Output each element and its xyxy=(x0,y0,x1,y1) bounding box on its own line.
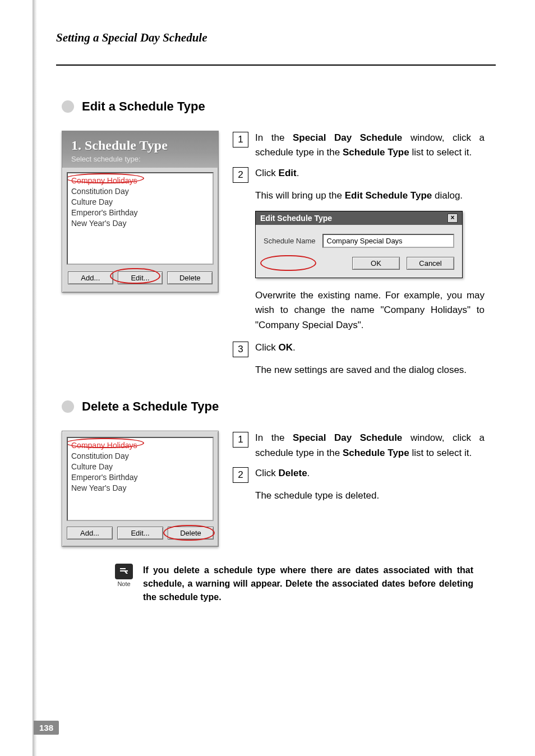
add-button[interactable]: Add... xyxy=(67,527,113,540)
step-text: Click OK. xyxy=(255,340,296,355)
step-text: Click Edit. xyxy=(255,166,299,181)
panel-title: 1. Schedule Type xyxy=(71,138,209,153)
section-bullet-icon xyxy=(62,100,74,113)
section-bullet-icon xyxy=(62,400,74,413)
delete-button[interactable]: Delete xyxy=(168,527,214,540)
close-icon[interactable]: × xyxy=(448,214,458,223)
list-item[interactable]: Emperor's Birthday xyxy=(71,472,209,483)
list-item[interactable]: Culture Day xyxy=(71,197,209,208)
step-text: In the Special Day Schedule window, clic… xyxy=(255,431,485,460)
panel-subtitle: Select schedule type: xyxy=(71,155,209,163)
step-number: 2 xyxy=(233,467,248,483)
section-title-edit: Edit a Schedule Type xyxy=(82,99,205,114)
dialog-title: Edit Schedule Type xyxy=(260,214,332,223)
schedule-name-input[interactable] xyxy=(322,234,455,248)
schedule-type-panel: 1. Schedule Type Select schedule type: C… xyxy=(62,131,219,293)
list-item[interactable]: New Year's Day xyxy=(71,483,209,494)
list-item[interactable]: Company Holidays xyxy=(71,176,209,186)
list-item[interactable]: Emperor's Birthday xyxy=(71,208,209,218)
running-header: Setting a Special Day Schedule xyxy=(56,31,496,45)
step-text: In the Special Day Schedule window, clic… xyxy=(255,131,485,160)
step-subtext: The schedule type is deleted. xyxy=(255,488,485,503)
schedule-type-listbox[interactable]: Company Holidays Constitution Day Cultur… xyxy=(67,437,214,521)
step-text: Click Delete. xyxy=(255,466,310,481)
red-highlight-oval xyxy=(260,255,316,271)
schedule-type-panel: Company Holidays Constitution Day Cultur… xyxy=(62,431,219,547)
note-icon xyxy=(115,564,133,579)
list-item[interactable]: Company Holidays xyxy=(71,440,209,451)
list-item[interactable]: Constitution Day xyxy=(71,186,209,197)
section-title-delete: Delete a Schedule Type xyxy=(82,399,219,414)
cancel-button[interactable]: Cancel xyxy=(407,257,454,270)
page-number: 138 xyxy=(34,721,59,735)
step-number: 3 xyxy=(233,342,248,357)
step-subtext: This will bring up the Edit Schedule Typ… xyxy=(255,188,485,203)
edit-schedule-type-dialog: Edit Schedule Type × Schedule Name OK Ca… xyxy=(255,211,463,278)
list-item[interactable]: Culture Day xyxy=(71,462,209,472)
step-subtext: The new settings are saved and the dialo… xyxy=(255,363,485,377)
header-rule xyxy=(56,64,496,66)
step-number: 1 xyxy=(233,432,248,448)
list-item[interactable]: Constitution Day xyxy=(71,451,209,462)
note-label: Note xyxy=(115,580,133,587)
add-button[interactable]: Add... xyxy=(68,271,113,284)
delete-button[interactable]: Delete xyxy=(167,271,213,284)
list-item[interactable]: New Year's Day xyxy=(71,218,209,229)
edit-button[interactable]: Edit... xyxy=(118,271,163,284)
schedule-name-label: Schedule Name xyxy=(264,237,316,245)
schedule-type-listbox[interactable]: Company Holidays Constitution Day Cultur… xyxy=(67,172,214,265)
ok-button[interactable]: OK xyxy=(352,257,400,270)
note-text: If you delete a schedule type where ther… xyxy=(143,564,473,604)
edit-button[interactable]: Edit... xyxy=(117,527,163,540)
step-number: 1 xyxy=(233,132,248,147)
step-after-text: Overwrite the existing name. For example… xyxy=(255,288,485,333)
step-number: 2 xyxy=(233,167,248,183)
page-binding-edge xyxy=(33,0,37,756)
